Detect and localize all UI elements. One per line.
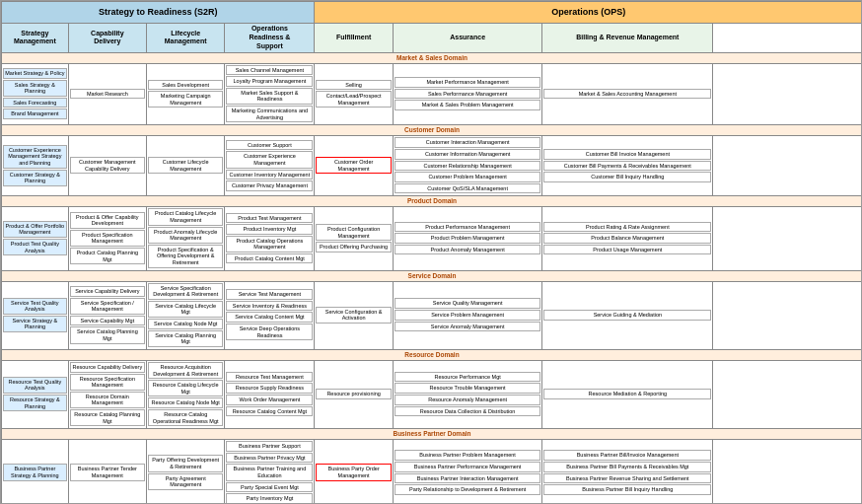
resource-anomaly-mgmt: Resource Anomaly Management — [395, 395, 541, 405]
service-guiding-mediation: Service Guiding & Mediation — [543, 310, 711, 321]
product-strategy-cell: Product & Offer Portfolio Management Pro… — [2, 207, 69, 270]
market-domain-header: Market & Sales Domain — [2, 52, 863, 63]
market-billing-cell: Market & Sales Accounting Management — [542, 63, 713, 125]
resource-perf-mgt: Resource Performance Mgt — [395, 372, 541, 383]
resource-capability-delivery: Resource Capability Delivery — [70, 362, 145, 373]
resource-row: Resource Test Quality Analysis Resource … — [2, 360, 863, 428]
product-offer-capability-dev: Product & Offer Capability Development — [70, 212, 145, 229]
product-domain-label: Product Domain — [2, 196, 863, 207]
resource-spec-mgmt: Resource Specification Management — [70, 374, 145, 391]
product-problem-mgmt: Product Problem Management — [395, 233, 541, 244]
marketing-comms-advertising: Marketing Communications and Advertising — [226, 106, 313, 122]
product-spec-offering-dev: Product Specification & Offering Develop… — [148, 245, 223, 268]
sales-development: Sales Development — [148, 80, 223, 91]
market-row: Market Strategy & Policy Sales Strategy … — [2, 63, 863, 125]
col-billing: Billing & Revenue Management — [542, 24, 713, 52]
service-fulfill-cell: Service Configuration & Activation — [315, 281, 393, 349]
service-test-mgmt: Service Test Management — [226, 289, 313, 300]
product-test-mgmt: Product Test Management — [226, 213, 313, 224]
business-strategy-cell: Business Partner Strategy & Planning — [2, 440, 69, 504]
product-domain-header: Product Domain — [2, 196, 863, 207]
super-header-row: Strategy to Readiness (S2R) Operations (… — [2, 2, 863, 24]
cust-order-mgmt: Customer Order Management — [316, 157, 391, 174]
customer-domain-header: Customer Domain — [2, 125, 863, 136]
service-catalog-planning-mgt: Service Catalog Planning Mgt — [70, 326, 145, 343]
market-domain-label: Market & Sales Domain — [2, 52, 863, 63]
party-inventory-mgt: Party Inventory Mgt — [226, 493, 313, 504]
service-domain-header: Service Domain — [2, 270, 863, 281]
product-fulfill-cell: Product Configuration Management Product… — [315, 207, 393, 270]
sales-perf-mgmt: Sales Performance Management — [395, 89, 541, 100]
resource-domain-header: Resource Domain — [2, 349, 863, 360]
resource-fulfill-cell: Resource provisioning — [315, 360, 393, 428]
service-strategy-cell: Service Test Quality Analysis Service St… — [2, 281, 69, 349]
bp-training-education: Business Partner Training and Education — [226, 464, 313, 480]
market-sales-support-readiness: Market Sales Support & Readiness — [226, 88, 313, 105]
col-opsread: OperationsReadiness &Support — [225, 24, 315, 52]
customer-row: Customer Experience Management Strategy … — [2, 136, 863, 196]
market-opsread-cell: Sales Channel Management Loyalty Program… — [225, 63, 315, 125]
service-problem-mgmt: Service Problem Management — [395, 310, 541, 321]
cust-interaction-mgmt: Customer Interaction Management — [395, 137, 541, 148]
resource-lifecycle-cell: Resource Acquisition Development & Retir… — [147, 360, 225, 428]
sales-strategy-planning: Sales Strategy & Planning — [3, 80, 67, 97]
service-catalog-node-mgt: Service Catalog Node Mgt — [148, 319, 223, 329]
resource-catalog-lifecycle-mgt: Resource Catalog Lifecycle Mgt — [148, 380, 223, 396]
service-inventory-readiness: Service Inventory & Readiness — [226, 301, 313, 312]
cust-qos-sla-mgmt: Customer QoS/SLA Management — [395, 183, 541, 194]
service-strategy-planning: Service Strategy & Planning — [3, 316, 67, 332]
market-research: Market Research — [70, 89, 145, 100]
main-container: Strategy to Readiness (S2R) Operations (… — [0, 0, 862, 504]
customer-assurance-cell: Customer Interaction Management Customer… — [393, 136, 542, 196]
cust-privacy-mgmt: Customer Privacy Management — [226, 180, 313, 191]
cust-bill-invoice-mgmt: Customer Bill Invoice Management — [543, 149, 711, 160]
resource-work-order-mgmt: Work Order Management — [226, 395, 313, 405]
cust-mgmt-capability-delivery: Customer Management Capability Delivery — [70, 157, 145, 174]
product-anomaly-lifecycle-mgmt: Product Anomaly Lifecycle Management — [148, 227, 223, 244]
service-capability-delivery: Service Capability Delivery — [70, 286, 145, 297]
market-sales-accounting-mgmt: Market & Sales Accounting Management — [543, 89, 711, 100]
bp-bill-invoice-mgmt: Business Partner Bill/Invoice Management — [543, 450, 711, 461]
resource-data-collection: Resource Data Collection & Distribution — [395, 406, 541, 417]
business-domain-header: Business Partner Domain — [2, 429, 863, 440]
bp-privacy-mgt: Business Partner Privacy Mgt — [226, 453, 313, 464]
bp-bill-inquiry-handling: Business Partner Bill Inquiry Handling — [543, 484, 711, 495]
bp-strategy-planning: Business Partner Strategy & Planning — [3, 464, 67, 480]
resource-catalog-planning-mgt: Resource Catalog Planning Mgt — [70, 409, 145, 426]
market-strategy-policy: Market Strategy & Policy — [3, 68, 67, 79]
market-capdev-cell: Market Research — [68, 63, 146, 125]
bp-tender-mgmt: Business Partner Tender Management — [70, 464, 145, 480]
service-catalog-content-mgt: Service Catalog Content Mgt — [226, 312, 313, 323]
marketing-campaign-mgmt: Marketing Campaign Management — [148, 91, 223, 108]
resource-catalog-operational: Resource Catalog Operational Readiness M… — [148, 409, 223, 426]
product-lifecycle-cell: Product Catalog Lifecycle Management Pro… — [147, 207, 225, 270]
market-perf-mgmt: Market Performance Management — [395, 77, 541, 88]
col-assurance: Assurance — [393, 24, 542, 52]
product-test-quality-analysis: Product Test Quality Analysis — [3, 239, 67, 255]
service-anomaly-mgmt: Service Anomaly Management — [395, 322, 541, 332]
resource-mediation-reporting: Resource Mediation & Reporting — [543, 389, 711, 399]
resource-strategy-cell: Resource Test Quality Analysis Resource … — [2, 360, 69, 428]
service-opsread-cell: Service Test Management Service Inventor… — [225, 281, 315, 349]
customer-fulfill-cell: Customer Order Management — [315, 136, 393, 196]
party-relationship-dev-retirement: Party Relationship to Development & Reti… — [395, 484, 541, 495]
s2r-header: Strategy to Readiness (S2R) — [2, 2, 315, 24]
bp-problem-mgmt: Business Partner Problem Management — [395, 450, 541, 461]
product-opsread-cell: Product Test Management Product Inventor… — [225, 207, 315, 270]
business-capdev-cell: Business Partner Tender Management — [68, 440, 146, 504]
product-row: Product & Offer Portfolio Management Pro… — [2, 207, 863, 270]
cust-exp-mgmt: Customer Experience Management — [226, 151, 313, 168]
customer-domain-label: Customer Domain — [2, 125, 863, 136]
business-domain-label: Business Partner Domain — [2, 429, 863, 440]
product-catalog-planning-mgt: Product Catalog Planning Mgt — [70, 248, 145, 264]
market-sales-problem-mgmt: Market & Sales Problem Management — [395, 100, 541, 110]
resource-domain-label: Resource Domain — [2, 349, 863, 360]
service-row: Service Test Quality Analysis Service St… — [2, 281, 863, 349]
market-assurance-cell: Market Performance Management Sales Perf… — [393, 63, 542, 125]
customer-lifecycle-cell: Customer Lifecycle Management — [147, 136, 225, 196]
business-billing-cell: Business Partner Bill/Invoice Management… — [542, 440, 713, 504]
market-lifecycle-cell: Sales Development Marketing Campaign Man… — [147, 63, 225, 125]
resource-capdev-cell: Resource Capability Delivery Resource Sp… — [68, 360, 146, 428]
cust-inventory-mgmt: Customer Inventory Management — [226, 170, 313, 180]
resource-test-quality-analysis: Resource Test Quality Analysis — [3, 377, 67, 394]
